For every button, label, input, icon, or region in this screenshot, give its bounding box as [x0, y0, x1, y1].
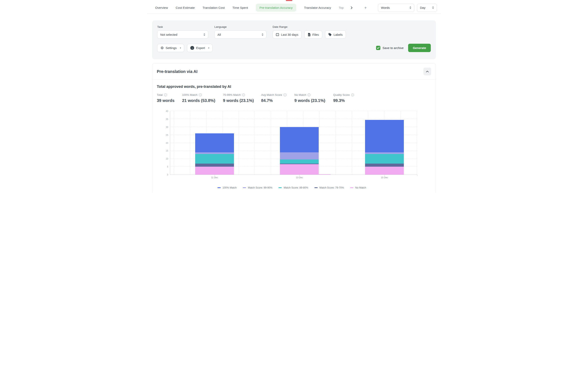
select-updown-icon — [204, 33, 205, 36]
info-icon[interactable]: i — [242, 94, 245, 96]
stat-value: 84.7% — [261, 98, 294, 103]
stat-value: 39 words — [157, 98, 182, 103]
y-axis-tick-label: 10 — [161, 157, 168, 160]
date-range-button[interactable]: Last 30 days — [273, 30, 302, 39]
bar-segment-match-score-79-70- — [280, 164, 319, 164]
save-to-archive-checkbox[interactable]: Save to archive — [376, 46, 404, 50]
bar-segment-match-score-99-90- — [195, 152, 234, 154]
legend-item-100-match[interactable]: 100% Match — [217, 186, 237, 189]
stat-value: 9 words (23.1%) — [223, 98, 261, 103]
x-axis-tick-label: 13 Dec — [296, 176, 303, 179]
date-range-value: Last 30 days — [281, 33, 298, 36]
task-select[interactable]: Not selected — [157, 30, 208, 39]
bar-segment-match-score-89-80- — [280, 160, 319, 163]
y-axis-tick-label: 20 — [161, 142, 168, 144]
tab-translation-cost[interactable]: Translation Cost — [203, 4, 225, 11]
report-tabs: OverviewCost EstimateTranslation CostTim… — [155, 4, 331, 12]
chevron-up-icon — [426, 71, 429, 72]
legend-label: Match Score: 89-80% — [284, 186, 308, 189]
labels-button-label: Labels — [334, 33, 343, 36]
granularity-select[interactable]: Day — [417, 4, 437, 12]
y-axis-tick-label: 35 — [161, 118, 168, 120]
info-icon[interactable]: i — [308, 94, 311, 96]
language-filter-label: Language — [214, 25, 266, 28]
chart-section-title: Total approved words, pre-translated by … — [157, 85, 431, 89]
card-title: Pre-translation via AI — [157, 69, 197, 74]
settings-dropdown-button[interactable]: ⚙ Settings ▾ — [157, 44, 184, 52]
info-icon[interactable]: i — [284, 94, 286, 96]
chart-legend: 100% MatchMatch Score: 99-90%Match Score… — [161, 186, 423, 189]
caret-down-icon: ▾ — [180, 47, 181, 49]
report-filter-panel: Task Not selected Language All Date Rang… — [152, 21, 436, 59]
info-icon[interactable]: i — [199, 94, 202, 96]
legend-item-match-score-79-70-[interactable]: Match Score: 79-70% — [315, 186, 344, 189]
legend-label: 100% Match — [223, 186, 237, 189]
tab-pre-translation-accuracy[interactable]: Pre-translation Accuracy — [256, 4, 296, 12]
stat-quality-score: Quality Scorei99.3% — [333, 93, 364, 103]
generate-button[interactable]: Generate — [408, 44, 431, 52]
legend-item-no-match[interactable]: No Match — [350, 186, 366, 189]
bar-segment-100-match — [280, 127, 319, 152]
tab-translator-accuracy[interactable]: Translator Accuracy — [304, 4, 331, 11]
date-range-label: Date Range: — [273, 25, 346, 28]
h-gridline — [170, 111, 417, 111]
collapse-card-button[interactable] — [423, 68, 431, 75]
stat-no-match: No Matchi9 words (23.1%) — [294, 93, 333, 103]
select-updown-icon — [262, 33, 263, 36]
bar-segment-no-match — [280, 164, 319, 175]
bar-segment-match-score-99-90- — [365, 152, 404, 154]
tag-icon — [328, 33, 332, 36]
tabs-overflow-chevron-button[interactable] — [349, 5, 355, 11]
files-filter-button[interactable]: Files — [304, 30, 322, 39]
stat-70-99-match: 70-99% Matchi9 words (23.1%) — [223, 93, 261, 103]
report-tabs-bar: OverviewCost EstimateTranslation CostTim… — [147, 0, 441, 14]
bar-segment-100-match — [365, 120, 404, 152]
legend-label: No Match — [355, 186, 366, 189]
bar-15-dec — [365, 120, 404, 175]
files-button-label: Files — [312, 33, 319, 36]
pre-translation-accuracy-report-page: OverviewCost EstimateTranslation CostTim… — [147, 0, 441, 192]
labels-filter-button[interactable]: Labels — [325, 30, 346, 39]
y-axis-tick-label: 5 — [161, 165, 168, 168]
select-updown-icon — [432, 6, 434, 9]
add-tab-button[interactable]: + — [362, 5, 369, 11]
calendar-icon — [276, 33, 279, 36]
v-gridline — [238, 111, 239, 175]
y-axis-tick-label: 0 — [161, 173, 168, 176]
language-select[interactable]: All — [214, 30, 266, 39]
tab-time-spent[interactable]: Time Spent — [232, 4, 248, 11]
tab-top-truncated[interactable]: Top — [339, 4, 344, 11]
legend-marker — [278, 187, 282, 188]
bar-segment-match-score-79-70- — [195, 164, 234, 167]
tab-recording-indicator — [286, 0, 292, 1]
export-dropdown-button[interactable]: ↓ Export ▾ — [187, 44, 212, 52]
stat-label: Totali — [157, 93, 182, 96]
v-gridline — [319, 111, 319, 175]
stat-label: Avg Match Scorei — [261, 93, 294, 96]
bar-13-dec — [280, 127, 319, 175]
info-icon[interactable]: i — [351, 94, 354, 96]
y-axis-tick-label: 25 — [161, 134, 168, 136]
bar-11-dec — [195, 133, 234, 175]
settings-button-label: Settings — [166, 46, 177, 50]
legend-marker — [243, 187, 246, 188]
task-filter-label: Task — [157, 25, 208, 28]
info-icon[interactable]: i — [164, 94, 167, 96]
tab-cost-estimate[interactable]: Cost Estimate — [176, 4, 195, 11]
tab-overview[interactable]: Overview — [155, 4, 168, 11]
caret-down-icon: ▾ — [208, 47, 209, 49]
legend-item-match-score-99-90-[interactable]: Match Score: 99-90% — [243, 186, 272, 189]
legend-marker — [315, 187, 318, 188]
bar-segment-match-score-99-90- — [280, 152, 319, 160]
stat-label: No Matchi — [294, 93, 333, 96]
bar-segment-no-match — [365, 167, 404, 175]
legend-item-match-score-89-80-[interactable]: Match Score: 89-80% — [278, 186, 308, 189]
granularity-select-value: Day — [420, 6, 425, 9]
v-gridline — [174, 111, 174, 175]
mini-bar-no-match — [319, 174, 331, 175]
unit-select[interactable]: Words — [378, 4, 414, 12]
stacked-bar-chart: 11 Dec13 Dec15 Dec 100% MatchMatch Score… — [161, 108, 423, 190]
file-icon — [308, 33, 311, 36]
x-axis-tick — [299, 175, 299, 176]
y-axis-tick-label: 40 — [161, 110, 168, 112]
